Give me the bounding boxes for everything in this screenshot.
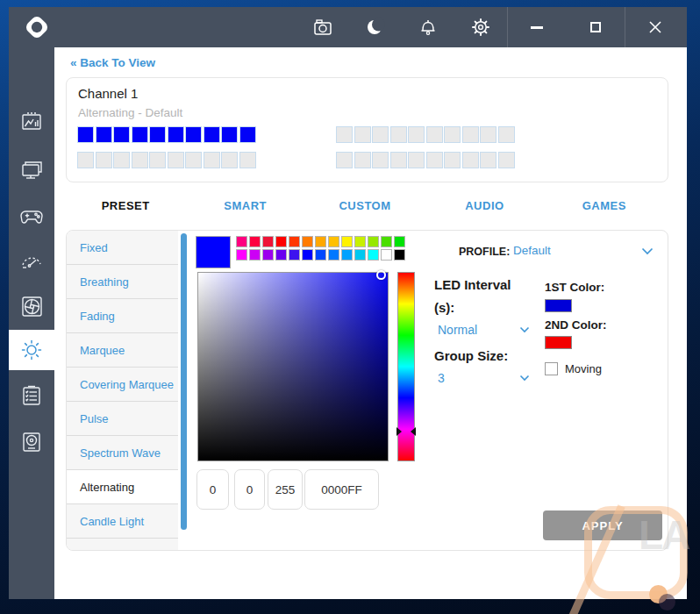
- palette-swatch[interactable]: [394, 236, 405, 247]
- group-size-label: Group Size:: [434, 348, 508, 363]
- back-to-view-link[interactable]: « Back To View: [70, 56, 155, 69]
- palette-swatch[interactable]: [354, 249, 366, 261]
- games-icon: [19, 203, 44, 228]
- palette-swatch[interactable]: [394, 249, 405, 261]
- effect-item-breathing[interactable]: Breathing: [67, 265, 178, 299]
- tab-games[interactable]: GAMES: [545, 188, 664, 225]
- palette-swatch[interactable]: [275, 236, 287, 247]
- effect-item-covering-marquee[interactable]: Covering Marquee: [67, 368, 178, 402]
- led-square: [113, 126, 130, 143]
- palette-swatch[interactable]: [275, 249, 287, 261]
- palette-swatch[interactable]: [289, 249, 300, 261]
- sidebar-item-dashboard[interactable]: [9, 102, 54, 142]
- effect-item-pulse[interactable]: Pulse: [67, 402, 178, 436]
- channel-title: Channel 1: [78, 86, 138, 101]
- led-square: [168, 152, 184, 168]
- maximize-button[interactable]: [578, 7, 613, 47]
- palette-swatch[interactable]: [302, 236, 313, 247]
- current-color-swatch: [196, 236, 231, 268]
- tab-audio[interactable]: AUDIO: [425, 188, 544, 225]
- second-color-swatch[interactable]: [545, 336, 572, 349]
- channel-subtitle: Alternating - Default: [78, 106, 182, 119]
- tab-smart[interactable]: SMART: [185, 188, 304, 225]
- sidebar-item-performance[interactable]: [9, 240, 54, 281]
- minimize-icon: [531, 26, 543, 29]
- led-interval-dropdown[interactable]: Normal: [438, 323, 477, 337]
- effect-item-spectrum-wave[interactable]: Spectrum Wave: [67, 436, 178, 470]
- group-size-dropdown[interactable]: 3: [438, 371, 445, 385]
- led-square: [372, 152, 389, 168]
- led-square: [149, 152, 166, 168]
- blue-value-input[interactable]: [268, 469, 303, 510]
- sidebar-item-tasks[interactable]: [9, 375, 54, 416]
- close-button[interactable]: [638, 7, 673, 47]
- palette-swatch[interactable]: [249, 249, 261, 261]
- palette-swatch[interactable]: [368, 236, 379, 247]
- sidebar-item-games[interactable]: [9, 196, 54, 236]
- tab-preset[interactable]: PRESET: [66, 188, 185, 225]
- apply-button[interactable]: APPLY: [543, 510, 662, 540]
- tab-custom[interactable]: CUSTOM: [305, 188, 425, 225]
- effect-item-fixed[interactable]: Fixed: [67, 231, 178, 265]
- camera-screenshot-button[interactable]: [305, 7, 340, 47]
- channel-panel: Channel 1 Alternating - Default: [66, 77, 668, 182]
- effect-item-fading[interactable]: Fading: [67, 299, 178, 333]
- chevron-down-icon[interactable]: [519, 375, 530, 382]
- palette-swatch[interactable]: [341, 236, 353, 247]
- hex-value-input[interactable]: [304, 469, 379, 510]
- green-value-input[interactable]: [234, 469, 265, 510]
- sidebar-item-pc-specs[interactable]: [9, 150, 54, 190]
- saturation-brightness-picker[interactable]: [197, 272, 389, 461]
- palette-swatch[interactable]: [328, 249, 339, 261]
- sidebar-item-lighting[interactable]: [9, 330, 54, 370]
- profile-label: PROFILE:: [459, 246, 510, 258]
- dashboard-icon: [20, 111, 43, 133]
- palette-swatch[interactable]: [302, 249, 313, 261]
- led-square: [354, 126, 371, 143]
- effect-item-wi[interactable]: Wi: [67, 539, 178, 551]
- red-value-input[interactable]: [196, 469, 229, 510]
- palette-swatch[interactable]: [262, 249, 274, 261]
- effect-item-marquee[interactable]: Marquee: [67, 333, 178, 368]
- palette-swatch[interactable]: [236, 236, 247, 247]
- palette-swatch[interactable]: [289, 236, 300, 247]
- chevron-down-icon[interactable]: [641, 247, 654, 255]
- palette-swatch[interactable]: [249, 236, 261, 247]
- palette-swatch[interactable]: [315, 236, 326, 247]
- led-square: [462, 126, 479, 143]
- minimize-button[interactable]: [519, 7, 554, 47]
- sidebar-item-cooling[interactable]: [9, 286, 54, 326]
- profile-dropdown[interactable]: Default: [513, 244, 551, 257]
- preset-tabs: PRESETSMARTCUSTOMAUDIOGAMES: [66, 188, 664, 225]
- color-picker-marker[interactable]: [376, 270, 386, 280]
- led-square: [462, 152, 479, 168]
- settings-button[interactable]: [463, 7, 498, 47]
- palette-swatch[interactable]: [354, 236, 366, 247]
- effect-item-candle-light[interactable]: Candle Light: [67, 504, 178, 539]
- palette-swatch[interactable]: [328, 236, 339, 247]
- effects-scrollbar[interactable]: [181, 233, 187, 530]
- first-color-swatch[interactable]: [545, 299, 572, 312]
- dark-mode-button[interactable]: [358, 7, 393, 47]
- chevron-down-icon[interactable]: [519, 326, 530, 333]
- moving-checkbox[interactable]: [545, 362, 558, 375]
- effects-list: FixedBreathingFadingMarqueeCovering Marq…: [67, 231, 178, 550]
- palette-swatch[interactable]: [315, 249, 326, 261]
- led-square: [426, 126, 443, 143]
- palette-swatch[interactable]: [262, 236, 274, 247]
- palette-swatch[interactable]: [236, 249, 247, 261]
- palette-swatch[interactable]: [381, 236, 392, 247]
- led-interval-label: LED Interval (s):: [434, 274, 532, 319]
- hue-slider[interactable]: [397, 272, 415, 461]
- palette-swatch[interactable]: [381, 249, 392, 261]
- hue-arrow-left-icon[interactable]: [396, 427, 402, 436]
- led-square: [204, 126, 220, 143]
- effect-item-alternating[interactable]: Alternating: [67, 470, 178, 504]
- notifications-button[interactable]: [411, 7, 446, 47]
- main-content: « Back To View Channel 1 Alternating - D…: [54, 47, 687, 599]
- hue-arrow-right-icon[interactable]: [411, 427, 416, 436]
- close-icon: [648, 20, 662, 34]
- palette-swatch[interactable]: [341, 249, 353, 261]
- palette-swatch[interactable]: [368, 249, 379, 261]
- sidebar-item-storage[interactable]: [9, 422, 54, 462]
